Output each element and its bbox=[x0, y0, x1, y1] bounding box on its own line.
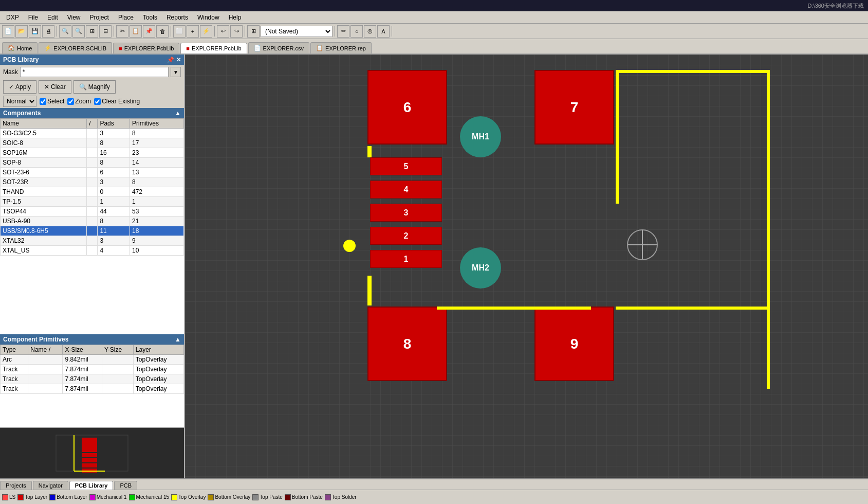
apply-button[interactable]: ✓ Apply bbox=[3, 80, 36, 94]
pad-9[interactable]: 9 bbox=[534, 307, 614, 381]
route-btn[interactable]: ⚡ bbox=[200, 25, 212, 38]
component-row[interactable]: XTAL_US 4 10 bbox=[1, 246, 184, 256]
zoom-out-btn[interactable]: 🔍 bbox=[72, 25, 85, 38]
pad-7[interactable]: 7 bbox=[534, 70, 614, 145]
col-pads[interactable]: Pads bbox=[98, 119, 130, 129]
save-btn[interactable]: 💾 bbox=[29, 25, 41, 38]
zoom-fit-btn[interactable]: ⊞ bbox=[86, 25, 98, 38]
layer-top-solder[interactable]: Top Solder bbox=[325, 494, 357, 500]
mask-dropdown[interactable]: ▼ bbox=[171, 67, 181, 77]
redo-btn[interactable]: ↪ bbox=[230, 25, 243, 38]
layer-mech15[interactable]: Mechanical 15 bbox=[129, 494, 169, 500]
circle-btn[interactable]: ○ bbox=[350, 25, 363, 38]
menu-edit[interactable]: Edit bbox=[43, 13, 62, 22]
menu-dxp[interactable]: DXP bbox=[2, 13, 23, 22]
copy-btn[interactable]: 📋 bbox=[130, 25, 142, 38]
component-row[interactable]: SOIC-8 8 17 bbox=[1, 138, 184, 148]
tab-csv[interactable]: 📄 EXPLORER.csv bbox=[248, 42, 309, 53]
clear-existing-checkbox[interactable] bbox=[94, 98, 101, 105]
component-row[interactable]: USB-A-90 8 21 bbox=[1, 217, 184, 226]
clear-existing-checkbox-label[interactable]: Clear Existing bbox=[94, 98, 140, 105]
delete-btn[interactable]: 🗑 bbox=[156, 25, 169, 38]
new-btn[interactable]: 📄 bbox=[2, 25, 14, 38]
primitives-expand-icon[interactable]: ▲ bbox=[175, 336, 181, 343]
magnify-button[interactable]: 🔍 Magnify bbox=[73, 80, 116, 94]
prim-col-type[interactable]: Type bbox=[1, 345, 28, 355]
primitives-table-wrapper[interactable]: Type Name / X-Size Y-Size Layer Arc 9.84… bbox=[0, 345, 184, 427]
normal-select[interactable]: Normal bbox=[3, 96, 36, 107]
component-row[interactable]: THAND 0 472 bbox=[1, 187, 184, 197]
pad-3[interactable]: 3 bbox=[370, 204, 442, 222]
select-all-btn[interactable]: ⬜ bbox=[173, 25, 186, 38]
pad-1[interactable]: 1 bbox=[370, 250, 442, 268]
mh1-circle[interactable]: MH1 bbox=[460, 116, 501, 157]
component-row[interactable]: SOT-23-6 6 13 bbox=[1, 168, 184, 177]
zoom-checkbox[interactable] bbox=[67, 98, 74, 105]
grid-btn[interactable]: ⊞ bbox=[247, 25, 260, 38]
menu-reports[interactable]: Reports bbox=[162, 13, 192, 22]
primitive-row[interactable]: Track 7.874mil TopOverlay bbox=[1, 384, 184, 394]
layer-top-paste[interactable]: Top Paste bbox=[252, 494, 282, 500]
layer-ls[interactable]: LS bbox=[2, 494, 15, 500]
layer-bottom-paste[interactable]: Bottom Paste bbox=[285, 494, 323, 500]
tab-navigator[interactable]: Navigator bbox=[33, 481, 68, 490]
print-btn[interactable]: 🖨 bbox=[42, 25, 54, 38]
mask-input[interactable] bbox=[20, 67, 169, 77]
component-row[interactable]: SOP-8 8 14 bbox=[1, 158, 184, 168]
tab-schlib[interactable]: ⚡ EXPLORER.SCHLIB bbox=[39, 42, 112, 53]
layer-top-overlay[interactable]: Top Overlay bbox=[171, 494, 206, 500]
prim-col-xsize[interactable]: X-Size bbox=[63, 345, 102, 355]
text-btn[interactable]: A bbox=[377, 25, 390, 38]
component-row[interactable]: TSOP44 44 53 bbox=[1, 207, 184, 217]
grid-dropdown[interactable]: (Not Saved) bbox=[261, 26, 333, 37]
primitive-row[interactable]: Track 7.874mil TopOverlay bbox=[1, 365, 184, 374]
component-row[interactable]: SOP16M 16 23 bbox=[1, 148, 184, 158]
cut-btn[interactable]: ✂ bbox=[116, 25, 128, 38]
layer-top[interactable]: Top Layer bbox=[17, 494, 47, 500]
component-row[interactable]: XTAL32 3 9 bbox=[1, 236, 184, 246]
select-checkbox[interactable] bbox=[40, 98, 46, 105]
layer-mech1[interactable]: Mechanical 1 bbox=[89, 494, 127, 500]
pad-5[interactable]: 5 bbox=[370, 157, 442, 175]
col-name[interactable]: Name bbox=[1, 119, 87, 129]
tab-rep[interactable]: 📋 EXPLORER.rep bbox=[310, 42, 372, 53]
select-checkbox-label[interactable]: Select bbox=[40, 98, 64, 105]
target-btn[interactable]: ◎ bbox=[364, 25, 376, 38]
menu-project[interactable]: Project bbox=[86, 13, 113, 22]
menu-window[interactable]: Window bbox=[193, 13, 224, 22]
component-row[interactable]: SOT-23R 3 8 bbox=[1, 177, 184, 187]
paste-btn[interactable]: 📌 bbox=[143, 25, 155, 38]
component-row[interactable]: USB/SM0.8-6H5 11 18 bbox=[1, 226, 184, 236]
pen-btn[interactable]: ✏ bbox=[337, 25, 349, 38]
zoom-in-btn[interactable]: 🔍 bbox=[59, 25, 71, 38]
components-table-wrapper[interactable]: Name / Pads Primitives SO-G3/C2.5 3 8 SO… bbox=[0, 118, 184, 334]
layer-bottom-overlay[interactable]: Bottom Overlay bbox=[208, 494, 250, 500]
canvas-area[interactable]: 6 7 5 4 3 2 1 8 9 MH1 MH2 bbox=[185, 55, 868, 478]
primitive-row[interactable]: Track 7.874mil TopOverlay bbox=[1, 374, 184, 384]
col-slash[interactable]: / bbox=[87, 119, 98, 129]
pad-6[interactable]: 6 bbox=[367, 70, 447, 145]
menu-place[interactable]: Place bbox=[114, 13, 138, 22]
close-panel-icon[interactable]: ✕ bbox=[176, 57, 181, 63]
primitive-row[interactable]: Arc 9.842mil TopOverlay bbox=[1, 355, 184, 365]
tab-pcb[interactable]: PCB bbox=[114, 481, 137, 490]
tab-projects[interactable]: Projects bbox=[0, 481, 32, 490]
prim-col-name[interactable]: Name / bbox=[28, 345, 63, 355]
menu-view[interactable]: View bbox=[63, 13, 85, 22]
open-btn[interactable]: 📂 bbox=[15, 25, 28, 38]
tab-pcblib1[interactable]: ■ EXPLORER.PcbLib bbox=[113, 43, 179, 53]
pcb-canvas[interactable]: 6 7 5 4 3 2 1 8 9 MH1 MH2 bbox=[185, 55, 868, 478]
tab-home[interactable]: 🏠 Home bbox=[2, 42, 38, 53]
undo-btn[interactable]: ↩ bbox=[217, 25, 229, 38]
crosshair-btn[interactable]: + bbox=[187, 25, 199, 38]
menu-help[interactable]: Help bbox=[225, 13, 246, 22]
zoom-checkbox-label[interactable]: Zoom bbox=[67, 98, 91, 105]
prim-col-layer[interactable]: Layer bbox=[133, 345, 183, 355]
menu-tools[interactable]: Tools bbox=[139, 13, 161, 22]
pin-icon[interactable]: 📌 bbox=[167, 57, 174, 63]
clear-button[interactable]: ✕ Clear bbox=[39, 80, 71, 94]
menu-file[interactable]: File bbox=[24, 13, 42, 22]
mh2-circle[interactable]: MH2 bbox=[460, 247, 501, 289]
tab-pcb-library[interactable]: PCB Library bbox=[69, 481, 114, 490]
components-expand-icon[interactable]: ▲ bbox=[175, 110, 181, 117]
